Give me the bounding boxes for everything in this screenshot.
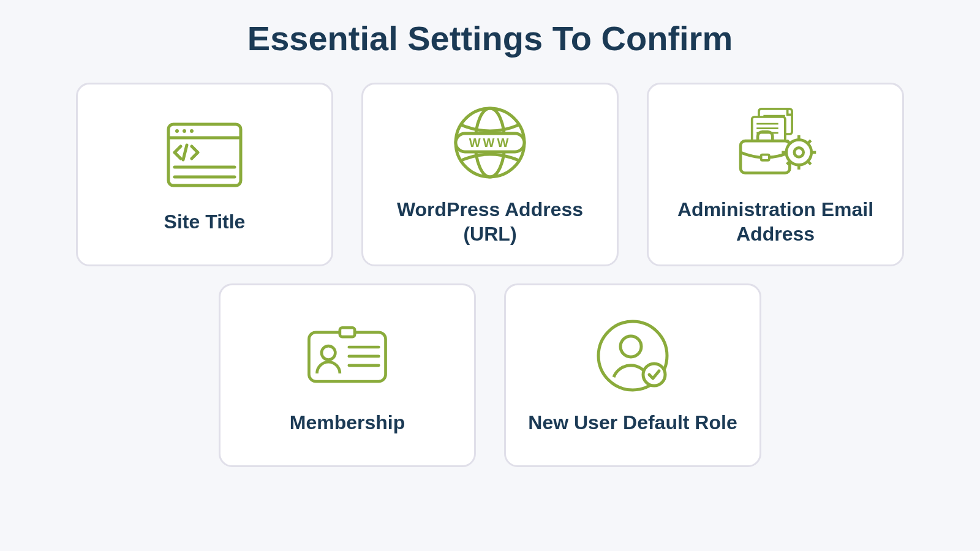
user-check-icon [590, 316, 676, 395]
svg-point-39 [620, 336, 641, 357]
svg-line-5 [183, 145, 187, 160]
card-new-user-default-role: New User Default Role [504, 283, 761, 467]
card-label: Site Title [164, 209, 246, 234]
card-label: WordPress Address (URL) [380, 197, 600, 246]
svg-line-31 [807, 161, 811, 165]
card-label: Membership [290, 410, 405, 435]
svg-point-4 [190, 129, 194, 133]
svg-rect-21 [761, 155, 769, 160]
svg-point-34 [322, 346, 335, 359]
diagram-page: Essential Settings To Confirm Site Title [0, 0, 980, 551]
card-admin-email: Administration Email Address [647, 83, 904, 266]
code-window-icon [162, 115, 247, 195]
svg-point-3 [183, 129, 186, 133]
briefcase-gear-icon [733, 103, 818, 182]
svg-rect-33 [340, 328, 355, 337]
cards-row-1: Site Title WWW WordPress Address (URL) [43, 83, 937, 266]
card-label: New User Default Role [528, 410, 737, 435]
cards-row-2: Membership New User Default Role [43, 283, 937, 467]
svg-point-2 [175, 129, 179, 133]
card-site-title: Site Title [76, 83, 333, 266]
svg-line-29 [807, 140, 811, 144]
card-membership: Membership [219, 283, 476, 467]
page-title: Essential Settings To Confirm [43, 18, 937, 58]
www-globe-icon: WWW [447, 103, 533, 182]
card-label: Administration Email Address [666, 197, 885, 246]
id-card-icon [304, 316, 390, 395]
svg-text:WWW: WWW [469, 136, 511, 149]
card-wordpress-address: WWW WordPress Address (URL) [361, 83, 619, 266]
